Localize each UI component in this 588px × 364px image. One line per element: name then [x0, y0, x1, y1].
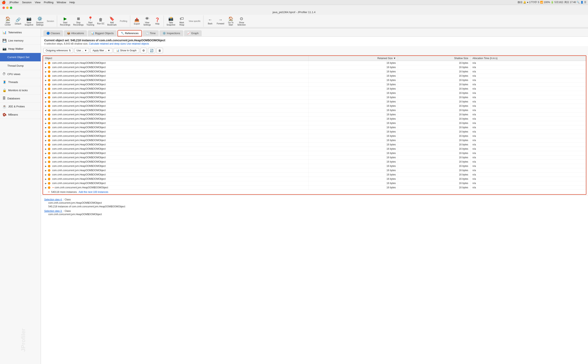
detach-button[interactable]: 🔗 Detach [13, 17, 23, 26]
table-row[interactable]: ▶ 🟠 com.cmh.concurrent.jvm.HeapOOM$OOMOb… [43, 91, 586, 95]
table-row[interactable]: ▶ 🟠 com.cmh.concurrent.jvm.HeapOOM$OOMOb… [43, 164, 586, 168]
save-snapshot-button[interactable]: 📷 SaveSnapshot [23, 15, 34, 27]
maximize-button[interactable] [10, 6, 12, 9]
menu-window[interactable]: Window [57, 1, 66, 4]
tab-references[interactable]: 🔧 References [118, 30, 142, 36]
go-to-start-button[interactable]: 🏠 Go ToStart [226, 15, 236, 27]
cell-alloc-time: n/a [470, 112, 586, 117]
apply-filter-dropdown[interactable]: Apply filter ... ▼ [90, 48, 112, 53]
menu-view[interactable]: View [35, 1, 40, 4]
table-row[interactable]: ▶ 🟠 com.cmh.concurrent.jvm.HeapOOM$OOMOb… [43, 74, 586, 78]
take-snapshot-button[interactable]: 📸 TakeSnapshot [165, 15, 176, 27]
cell-retained: 16 bytes [308, 125, 398, 130]
table-row[interactable]: ▶ 🟠 com.cmh.concurrent.jvm.HeapOOM$OOMOb… [43, 160, 586, 164]
table-row[interactable]: ▶ 🟠 com.cmh.concurrent.jvm.HeapOOM$OOMOb… [43, 65, 586, 70]
use-dropdown[interactable]: Use ... ▼ [74, 48, 89, 53]
table-row[interactable]: ▶ 🟠 com.cmh.concurrent.jvm.HeapOOM$OOMOb… [43, 121, 586, 125]
table-row[interactable]: ▶ 🟠 com.cmh.concurrent.jvm.HeapOOM$OOMOb… [43, 125, 586, 130]
forward-button[interactable]: → Forward [215, 17, 225, 26]
run-gc-button[interactable]: 🗑 Run GC [96, 17, 106, 26]
show-selection-button[interactable]: ⊙ ShowSelection [236, 15, 247, 27]
use-retained-link[interactable]: Use retained objects [127, 42, 149, 45]
close-button[interactable] [2, 6, 5, 9]
table-row[interactable]: ▶ 🟠 com.cmh.concurrent.jvm.HeapOOM$OOMOb… [43, 156, 586, 160]
tab-allocations[interactable]: 📦 Allocations [64, 30, 87, 36]
table-row[interactable]: ▶ 🟠 com.cmh.concurrent.jvm.HeapOOM$OOMOb… [43, 177, 586, 181]
session-settings-button[interactable]: ⚙️ SessionSettings [35, 15, 45, 27]
table-row[interactable]: ▶ 🟠 com.cmh.concurrent.jvm.HeapOOM$OOMOb… [43, 100, 586, 104]
step3-label[interactable]: Selection step 3 [44, 210, 62, 213]
stop-recordings-button[interactable]: ⏹ StopRecordings [72, 16, 85, 27]
tab-graph[interactable]: 📈 Graph [184, 30, 202, 36]
minimize-button[interactable] [6, 6, 9, 9]
start-center-button[interactable]: 🏠 StartCenter [3, 15, 13, 27]
table-row[interactable]: ▶ 🟠 com.cmh.concurrent.jvm.HeapOOM$OOMOb… [43, 108, 586, 112]
show-in-graph-button[interactable]: 📊 Show In Graph [114, 48, 139, 53]
apple-menu[interactable]: 🍎 [2, 0, 6, 4]
sidebar-item-mbeans[interactable]: 🫘 MBeans [0, 111, 41, 119]
sidebar-item-telemetries[interactable]: 📊 Telemetries [0, 28, 41, 37]
back-button[interactable]: ← Back [205, 17, 215, 26]
table-row[interactable]: ▶ 🟠 com.cmh.concurrent.jvm.HeapOOM$OOMOb… [43, 168, 586, 173]
window-chrome: java_pid1364.hprof - JProfiler 11.1.4 🏠 … [0, 5, 588, 28]
table-row[interactable]: ▶ 🟠 com.cmh.concurrent.jvm.HeapOOM$OOMOb… [43, 138, 586, 143]
calculate-retained-link[interactable]: Calculate retained and deep sizes [89, 42, 126, 45]
table-row[interactable]: ▶ 🟠 com.cmh.concurrent.jvm.HeapOOM$OOMOb… [43, 147, 586, 151]
object-icon: 🟠 [48, 96, 51, 98]
add-next-instances-link[interactable]: Add the next 100 instances [79, 191, 108, 194]
table-row[interactable]: ▶ 🟠 com.cmh.concurrent.jvm.HeapOOM$OOMOb… [43, 143, 586, 147]
sidebar-item-threads[interactable]: 🧵 Threads [0, 78, 41, 86]
sidebar-item-thread-dump[interactable]: Thread Dump [0, 62, 41, 70]
step4-label[interactable]: Selection step 4 [44, 198, 62, 201]
table-row[interactable]: ▶ 🟠 com.cmh.concurrent.jvm.HeapOOM$OOMOb… [43, 87, 586, 91]
table-row[interactable]: ▶ 🟠 com.cmh.concurrent.jvm.HeapOOM$OOMOb… [43, 117, 586, 121]
col-retained-size[interactable]: Retained Size ▼ [308, 56, 398, 61]
refresh-icon-button[interactable]: 🔄 [148, 48, 155, 53]
table-row[interactable]: ▶ 🟠 com.cmh.concurrent.jvm.HeapOOM$OOMOb… [43, 134, 586, 138]
mark-heap-button[interactable]: 🏷 MarkHeap [177, 16, 187, 27]
table-row[interactable]: ▶ 🟠 com.cmh.concurrent.jvm.HeapOOM$OOMOb… [43, 95, 586, 100]
sidebar-item-heap-walker[interactable]: 📷 Heap Walker [0, 45, 41, 53]
start-tracking-button[interactable]: 📍 StartTracking [85, 15, 95, 27]
sidebar-item-monitors-locks[interactable]: 🔒 Monitors & locks [0, 86, 41, 94]
export-button[interactable]: 📤 Export [132, 17, 142, 26]
table-row[interactable]: ▶ 🟠 ✂ com.cmh.concurrent.jvm.HeapOOM$OOM… [43, 185, 586, 190]
clear-icon-button[interactable]: 🗑 [156, 48, 163, 53]
sidebar-item-live-memory[interactable]: 💾 Live memory [0, 37, 41, 45]
tab-inspections[interactable]: ⚙️ Inspections [160, 30, 183, 36]
object-icon: 🟠 [48, 165, 51, 167]
table-row[interactable]: ▶ 🟠 com.cmh.concurrent.jvm.HeapOOM$OOMOb… [43, 130, 586, 134]
tab-time[interactable]: 🕐 Time [143, 30, 159, 36]
cell-retained: 16 bytes [308, 121, 398, 125]
table-row[interactable]: ▶ 🟠 com.cmh.concurrent.jvm.HeapOOM$OOMOb… [43, 78, 586, 82]
table-row[interactable]: ▶ 🟠 com.cmh.concurrent.jvm.HeapOOM$OOMOb… [43, 173, 586, 177]
table-row[interactable]: ▶ 🟠 com.cmh.concurrent.jvm.HeapOOM$OOMOb… [43, 181, 586, 185]
show-selection-label: ShowSelection [237, 21, 246, 26]
sidebar-item-cpu-views[interactable]: ⏱ CPU views [0, 70, 41, 78]
settings-icon-button[interactable]: ⚙ [140, 48, 147, 53]
sidebar-item-databases[interactable]: 🗄 Databases [0, 94, 41, 103]
menu-profiling[interactable]: Profiling [44, 1, 53, 4]
cell-shallow: 16 bytes [398, 104, 470, 108]
step3-row: Selection step 3 : Class [44, 210, 585, 213]
tab-classes[interactable]: 🔵 Classes [43, 30, 63, 36]
help-button[interactable]: ❓ Help [153, 17, 162, 26]
menu-help[interactable]: Help [69, 1, 75, 4]
outgoing-references-dropdown[interactable]: Outgoing references ⇅ [43, 48, 73, 53]
view-settings-button[interactable]: 👁 ViewSettings [142, 16, 152, 27]
add-bookmark-button[interactable]: 🔖 AddBookmark [106, 15, 118, 27]
cell-shallow: 16 bytes [398, 160, 470, 164]
start-recordings-button[interactable]: ▶ StartRecordings [59, 15, 72, 27]
table-row[interactable]: ▶ 🟠 com.cmh.concurrent.jvm.HeapOOM$OOMOb… [43, 61, 586, 65]
sidebar-item-current-object-set[interactable]: Current Object Set [0, 53, 41, 62]
table-row[interactable]: ▶ 🟠 com.cmh.concurrent.jvm.HeapOOM$OOMOb… [43, 112, 586, 117]
menu-session[interactable]: Session [22, 1, 32, 4]
sidebar-item-jee-probes[interactable]: ☕ JEE & Probes [0, 103, 41, 111]
table-row[interactable]: ▶ 🟠 com.cmh.concurrent.jvm.HeapOOM$OOMOb… [43, 151, 586, 156]
table-row[interactable]: ▶ 🟠 com.cmh.concurrent.jvm.HeapOOM$OOMOb… [43, 104, 586, 108]
cell-retained: 16 bytes [308, 156, 398, 160]
menu-jprofiler[interactable]: JProfiler [9, 1, 19, 4]
table-row[interactable]: ▶ 🟠 com.cmh.concurrent.jvm.HeapOOM$OOMOb… [43, 70, 586, 74]
table-row[interactable]: ▶ 🟠 com.cmh.concurrent.jvm.HeapOOM$OOMOb… [43, 82, 586, 87]
tab-biggest-objects[interactable]: 📊 Biggest Objects [88, 30, 117, 36]
